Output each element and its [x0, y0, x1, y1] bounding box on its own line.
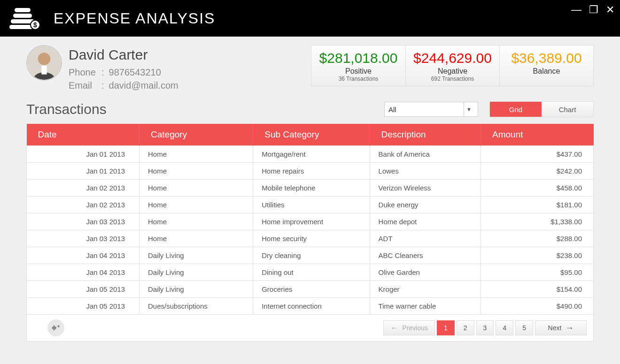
arrow-left-icon: ← — [390, 323, 399, 333]
th-description[interactable]: Description — [370, 124, 480, 146]
cell-description: Bank of America — [370, 146, 480, 163]
cell-amount: $288.00 — [481, 230, 594, 247]
export-button[interactable] — [47, 319, 64, 336]
export-icon — [51, 323, 61, 333]
negative-amount: $244,629.00 — [411, 50, 494, 66]
app-header: $ EXPENSE ANALYSIS — ❐ ✕ — [0, 0, 620, 37]
cell-description: Lowes — [370, 163, 480, 180]
cell-description: Duke energy — [370, 197, 480, 213]
cell-subcategory: Home repairs — [253, 163, 370, 180]
profile-block: David Carter Phone:9876543210 Email:davi… — [26, 45, 178, 92]
cell-subcategory: Internet connection — [253, 298, 370, 315]
cell-subcategory: Utilities — [253, 197, 370, 213]
pager-next[interactable]: Next→ — [535, 320, 587, 335]
cell-subcategory: Dry cleaning — [253, 247, 370, 264]
table-row[interactable]: Jan 05 2013 Daily Living Groceries Kroge… — [27, 281, 594, 298]
cell-subcategory: Home security — [253, 230, 370, 247]
pager-page-2[interactable]: 2 — [457, 320, 474, 335]
balance-label: Balance — [505, 67, 588, 76]
th-subcategory[interactable]: Sub Category — [253, 124, 370, 146]
app-title: EXPENSE ANALYSIS — [54, 10, 215, 27]
cell-amount: $181.00 — [481, 197, 594, 213]
table-row[interactable]: Jan 01 2013 Home Home repairs Lowes $242… — [27, 163, 594, 180]
table-row[interactable]: Jan 03 2013 Home Home security ADT $288.… — [27, 230, 594, 247]
table-row[interactable]: Jan 05 2013 Dues/subscriptions Internet … — [27, 298, 594, 315]
chevron-down-icon: ▼ — [464, 102, 474, 116]
dollar-badge-icon: $ — [30, 20, 40, 30]
negative-label: Negative — [411, 67, 494, 76]
window-controls: — ❐ ✕ — [571, 4, 614, 16]
balance-amount: $36,389.00 — [505, 50, 588, 66]
table-row[interactable]: Jan 04 2013 Daily Living Dry cleaning AB… — [27, 247, 594, 264]
pager-page-5[interactable]: 5 — [515, 320, 533, 335]
app-logo: $ — [9, 8, 40, 29]
cell-description: Verizon Wireless — [370, 180, 480, 197]
email-label: Email — [69, 79, 97, 92]
view-grid-button[interactable]: Grid — [490, 102, 542, 117]
cell-description: Home depot — [370, 213, 480, 230]
cell-subcategory: Mobile telephone — [253, 180, 370, 197]
cell-category: Home — [140, 197, 253, 213]
cell-category: Home — [140, 180, 253, 197]
cell-subcategory: Mortgage/rent — [253, 146, 370, 163]
th-category[interactable]: Category — [140, 124, 253, 146]
view-chart-button[interactable]: Chart — [542, 102, 593, 117]
table-row[interactable]: Jan 04 2013 Daily Living Dining out Oliv… — [27, 264, 594, 281]
cell-category: Daily Living — [140, 264, 253, 281]
cell-subcategory: Groceries — [253, 281, 370, 298]
summary-balance: $36,389.00 Balance — [499, 46, 593, 86]
cell-category: Daily Living — [140, 281, 253, 298]
table-row[interactable]: Jan 02 2013 Home Mobile telephone Verizo… — [27, 180, 594, 197]
cell-date: Jan 01 2013 — [27, 146, 140, 163]
cell-category: Home — [140, 146, 253, 163]
cell-amount: $238.00 — [481, 247, 594, 264]
cell-description: ABC Cleaners — [370, 247, 480, 264]
minimize-button[interactable]: — — [571, 4, 581, 16]
pager-page-1[interactable]: 1 — [437, 320, 455, 335]
cell-date: Jan 03 2013 — [27, 230, 140, 247]
th-date[interactable]: Date — [27, 124, 140, 146]
th-amount[interactable]: Amount — [481, 124, 594, 146]
maximize-button[interactable]: ❐ — [589, 4, 598, 16]
pager-previous[interactable]: ←Previous — [383, 320, 435, 335]
cell-description: Olive Garden — [370, 264, 480, 281]
arrow-right-icon: → — [565, 323, 574, 333]
pager-page-3[interactable]: 3 — [476, 320, 494, 335]
cell-category: Home — [140, 213, 253, 230]
svg-point-1 — [38, 53, 51, 65]
cell-amount: $490.00 — [481, 298, 594, 315]
email-value: david@mail.com — [109, 79, 178, 92]
phone-value: 9876543210 — [109, 66, 161, 79]
cell-category: Home — [140, 230, 253, 247]
view-toggle: Grid Chart — [489, 101, 594, 117]
cell-amount: $1,338.00 — [481, 213, 594, 230]
cell-date: Jan 01 2013 — [27, 163, 140, 180]
positive-sub: 36 Transactions — [317, 76, 400, 82]
cell-amount: $154.00 — [481, 281, 594, 298]
cell-date: Jan 03 2013 — [27, 213, 140, 230]
cell-date: Jan 04 2013 — [27, 247, 140, 264]
table-row[interactable]: Jan 01 2013 Home Mortgage/rent Bank of A… — [27, 146, 594, 163]
cell-description: Time warner cable — [370, 298, 480, 315]
pager-page-4[interactable]: 4 — [496, 320, 513, 335]
cell-description: Kroger — [370, 281, 480, 298]
svg-rect-2 — [41, 66, 46, 75]
close-button[interactable]: ✕ — [606, 4, 614, 16]
table-row[interactable]: Jan 03 2013 Home Home improvement Home d… — [27, 213, 594, 230]
cell-date: Jan 05 2013 — [27, 281, 140, 298]
cell-category: Daily Living — [140, 247, 253, 264]
negative-sub: 692 Transactions — [411, 76, 494, 82]
table-row[interactable]: Jan 02 2013 Home Utilities Duke energy $… — [27, 197, 594, 213]
cell-amount: $242.00 — [481, 163, 594, 180]
filter-select[interactable]: All ▼ — [384, 102, 478, 117]
cell-category: Home — [140, 163, 253, 180]
cell-date: Jan 05 2013 — [27, 298, 140, 315]
filter-value: All — [388, 106, 396, 114]
profile-name: David Carter — [69, 45, 178, 65]
transactions-table: Date Category Sub Category Description A… — [26, 124, 594, 315]
cell-amount: $437.00 — [481, 146, 594, 163]
summary-positive: $281,018.00 Positive 36 Transactions — [311, 46, 405, 86]
phone-label: Phone — [69, 66, 97, 79]
cell-description: ADT — [370, 230, 480, 247]
avatar — [26, 45, 62, 81]
